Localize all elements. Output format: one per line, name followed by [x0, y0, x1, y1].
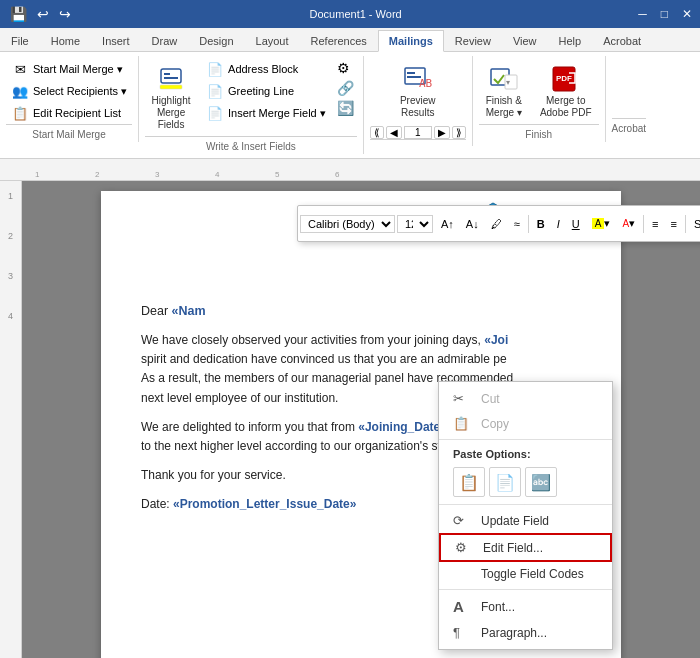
close-button[interactable]: ✕ [682, 7, 692, 21]
ctx-separator-1 [439, 439, 612, 440]
ctx-separator-2 [439, 504, 612, 505]
tab-acrobat[interactable]: Acrobat [592, 30, 652, 52]
prev-record-button[interactable]: ◀ [386, 126, 402, 139]
ctx-edit-field-label: Edit Field... [483, 541, 543, 555]
rules-button[interactable]: ⚙ [335, 58, 357, 78]
finish-merge-label: Finish &Merge ▾ [486, 95, 522, 119]
highlight-color-button[interactable]: A▾ [586, 214, 617, 233]
undo-button[interactable]: ↩ [35, 4, 51, 24]
cut-icon: ✂ [453, 391, 473, 406]
edit-list-icon: 📋 [11, 104, 29, 122]
decrease-font-button[interactable]: A↓ [460, 215, 485, 233]
formatting-toolbar: Calibri (Body) 12 A↑ A↓ 🖊 ≈ B I U A▾ A▾ … [297, 205, 700, 242]
doc-page: EX exceldemy EXCEL · DATA · BI Calibri (… [101, 191, 621, 658]
group-label-start-mail-merge: Start Mail Merge [6, 124, 132, 140]
paste-option-2[interactable]: 📄 [489, 467, 521, 497]
tab-design[interactable]: Design [188, 30, 244, 52]
ctx-font[interactable]: A Font... [439, 593, 612, 620]
font-size-select[interactable]: 12 [397, 215, 433, 233]
insert-merge-field-button[interactable]: 📄 Insert Merge Field ▾ [201, 102, 331, 124]
ribbon-group-acrobat: Acrobat [606, 56, 652, 136]
save-button[interactable]: 💾 [8, 4, 29, 24]
tab-draw[interactable]: Draw [141, 30, 189, 52]
tab-view[interactable]: View [502, 30, 548, 52]
ctx-paragraph[interactable]: ¶ Paragraph... [439, 620, 612, 645]
increase-font-button[interactable]: A↑ [435, 215, 460, 233]
svg-text:ABC: ABC [419, 77, 433, 90]
group-label-finish: Finish [479, 124, 599, 140]
finish-merge-button[interactable]: ▾ Finish &Merge ▾ [479, 58, 529, 124]
merge-adobe-button[interactable]: PDF Merge toAdobe PDF [533, 58, 599, 124]
select-recipients-button[interactable]: 👥 Select Recipients ▾ [6, 80, 132, 102]
context-menu: ✂ Cut 📋 Copy Paste Options: 📋 📄 🔤 ⟳ [438, 381, 613, 650]
minimize-button[interactable]: ─ [638, 7, 647, 21]
divider-3 [685, 215, 686, 233]
update-labels-button[interactable]: 🔄 [335, 98, 357, 118]
tab-help[interactable]: Help [548, 30, 593, 52]
paste-option-3[interactable]: 🔤 [525, 467, 557, 497]
ribbon: File Home Insert Draw Design Layout Refe… [0, 28, 700, 159]
ctx-update-field[interactable]: ⟳ Update Field [439, 508, 612, 533]
ctx-font-label: Font... [481, 600, 515, 614]
ctx-edit-field[interactable]: ⚙ Edit Field... [439, 533, 612, 562]
bullets-button[interactable]: ≡ [646, 215, 664, 233]
ctx-paste-label: Paste Options: [439, 443, 612, 463]
edit-recipient-list-button[interactable]: 📋 Edit Recipient List [6, 102, 132, 124]
adobe-pdf-icon: PDF [550, 63, 582, 95]
sidebar-num-2: 2 [8, 231, 13, 241]
tab-home[interactable]: Home [40, 30, 91, 52]
font-icon: A [453, 598, 473, 615]
address-block-button[interactable]: 📄 Address Block [201, 58, 331, 80]
maximize-button[interactable]: □ [661, 7, 668, 21]
tab-mailings[interactable]: Mailings [378, 30, 444, 52]
font-family-select[interactable]: Calibri (Body) [300, 215, 395, 233]
tab-layout[interactable]: Layout [245, 30, 300, 52]
document-area: 1 2 3 4 EX exceldemy EXCEL · DATA · BI [0, 181, 700, 658]
quick-access-toolbar: 💾 ↩ ↪ Document1 - Word ─ □ ✕ [0, 0, 700, 28]
name-merge-field: «Nam [172, 304, 206, 318]
next-record-button[interactable]: ▶ [434, 126, 450, 139]
italic-button[interactable]: I [551, 215, 566, 233]
clear-format-button[interactable]: 🖊 [485, 215, 508, 233]
last-record-button[interactable]: ⟫ [452, 126, 466, 139]
ctx-toggle-field-codes[interactable]: Toggle Field Codes [439, 562, 612, 586]
svg-rect-3 [160, 85, 182, 89]
sidebar-num-3: 3 [8, 271, 13, 281]
ribbon-tabs: File Home Insert Draw Design Layout Refe… [0, 28, 700, 52]
redo-button[interactable]: ↪ [57, 4, 73, 24]
preview-icon: ABC [402, 63, 434, 95]
format-more-button[interactable]: ≈ [508, 215, 526, 233]
paste-option-1[interactable]: 📋 [453, 467, 485, 497]
ribbon-group-write-content: HighlightMerge Fields 📄 Address Block 📄 … [145, 58, 357, 136]
highlight-merge-fields-button[interactable]: HighlightMerge Fields [145, 58, 197, 136]
match-fields-button[interactable]: 🔗 [335, 78, 357, 98]
underline-button[interactable]: U [566, 215, 586, 233]
bold-button[interactable]: B [531, 215, 551, 233]
tab-review[interactable]: Review [444, 30, 502, 52]
svg-text:▾: ▾ [506, 78, 510, 87]
tab-references[interactable]: References [300, 30, 378, 52]
svg-rect-0 [161, 69, 181, 83]
tab-insert[interactable]: Insert [91, 30, 141, 52]
mail-merge-stacked-buttons: ✉ Start Mail Merge ▾ 👥 Select Recipients… [6, 58, 132, 124]
record-number[interactable]: 1 [404, 126, 432, 139]
ctx-paste-icons: 📋 📄 🔤 [439, 463, 612, 501]
first-record-button[interactable]: ⟪ [370, 126, 384, 139]
recipients-icon: 👥 [11, 82, 29, 100]
title-bar-title: Document1 - Word [79, 8, 632, 20]
tab-file[interactable]: File [0, 30, 40, 52]
doc-scroll: EX exceldemy EXCEL · DATA · BI Calibri (… [22, 181, 700, 658]
ribbon-preview-content: ABC PreviewResults ⟪ ◀ 1 ▶ ⟫ [370, 58, 466, 139]
preview-results-button[interactable]: ABC PreviewResults [393, 58, 443, 124]
start-mail-merge-button[interactable]: ✉ Start Mail Merge ▾ [6, 58, 132, 80]
styles-button[interactable]: Styles [688, 215, 700, 233]
insert-fields-stacked: 📄 Address Block 📄 Greeting Line 📄 Insert… [201, 58, 331, 124]
divider-2 [643, 215, 644, 233]
numbering-button[interactable]: ≡ [664, 215, 682, 233]
greeting-line-button[interactable]: 📄 Greeting Line [201, 80, 331, 102]
ctx-cut[interactable]: ✂ Cut [439, 386, 612, 411]
greeting-line-icon: 📄 [206, 82, 224, 100]
ctx-copy[interactable]: 📋 Copy [439, 411, 612, 436]
font-color-button[interactable]: A▾ [616, 214, 641, 233]
side-icons: ⚙ 🔗 🔄 [335, 58, 357, 118]
